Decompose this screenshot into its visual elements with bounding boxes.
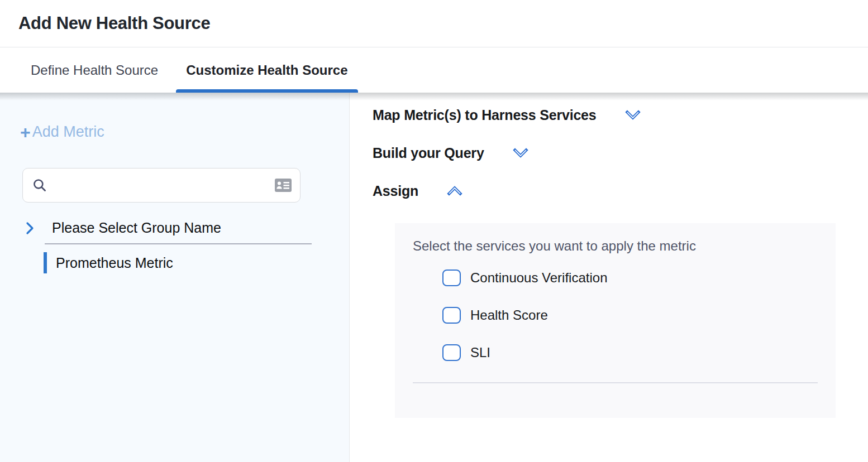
checkbox-row-sli[interactable]: SLI <box>442 344 818 361</box>
checkbox-row-health-score[interactable]: Health Score <box>442 307 818 324</box>
chevron-up-icon[interactable] <box>432 184 464 198</box>
health-score-label: Health Score <box>470 307 548 323</box>
contact-card-icon[interactable] <box>274 178 292 192</box>
chevron-down-icon[interactable] <box>610 108 642 122</box>
selected-indicator <box>44 252 47 273</box>
assign-prompt: Select the services you want to apply th… <box>413 238 818 254</box>
metric-item-prometheus[interactable]: Prometheus Metric <box>44 252 349 273</box>
continuous-verification-checkbox[interactable] <box>442 270 461 286</box>
assign-panel: Select the services you want to apply th… <box>395 223 836 418</box>
section-map-metrics-label: Map Metric(s) to Harness Services <box>373 107 597 123</box>
plus-icon: + <box>20 125 31 139</box>
add-metric-button[interactable]: + Add Metric <box>20 123 104 141</box>
metric-group-row[interactable]: Please Select Group Name <box>23 220 349 236</box>
checkbox-row-continuous-verification[interactable]: Continuous Verification <box>442 270 818 286</box>
search-icon <box>32 177 47 193</box>
metric-item-label: Prometheus Metric <box>56 255 173 271</box>
sli-label: SLI <box>470 345 490 360</box>
health-score-checkbox[interactable] <box>442 307 461 324</box>
section-assign-label: Assign <box>373 183 418 199</box>
tab-define-health-source[interactable]: Define Health Source <box>21 47 168 93</box>
section-map-metrics[interactable]: Map Metric(s) to Harness Services <box>373 96 868 134</box>
group-name-label: Please Select Group Name <box>52 220 221 236</box>
section-assign[interactable]: Assign <box>373 172 868 210</box>
group-divider <box>45 243 312 244</box>
service-options: Continuous Verification Health Score SLI <box>442 270 818 361</box>
add-metric-label: Add Metric <box>32 123 104 141</box>
metrics-sidebar: + Add Metric <box>0 93 350 462</box>
section-build-query-label: Build your Query <box>373 145 484 161</box>
section-build-query[interactable]: Build your Query <box>373 134 868 172</box>
metric-search-box <box>22 168 301 203</box>
assign-panel-divider <box>413 382 818 383</box>
continuous-verification-label: Continuous Verification <box>470 270 607 286</box>
customize-health-source-panel: Map Metric(s) to Harness Services Build … <box>350 93 868 462</box>
sli-checkbox[interactable] <box>442 344 461 361</box>
search-input[interactable] <box>53 178 269 192</box>
tab-bar: Define Health Source Customize Health So… <box>0 47 868 93</box>
dialog-header: Add New Health Source <box>0 0 868 47</box>
add-health-source-dialog: Add New Health Source Define Health Sour… <box>0 0 868 462</box>
chevron-right-icon[interactable] <box>23 220 36 236</box>
dialog-body: + Add Metric <box>0 93 868 462</box>
page-title: Add New Health Source <box>18 13 210 33</box>
tab-customize-health-source[interactable]: Customize Health Source <box>176 47 357 93</box>
chevron-down-icon[interactable] <box>498 146 530 160</box>
